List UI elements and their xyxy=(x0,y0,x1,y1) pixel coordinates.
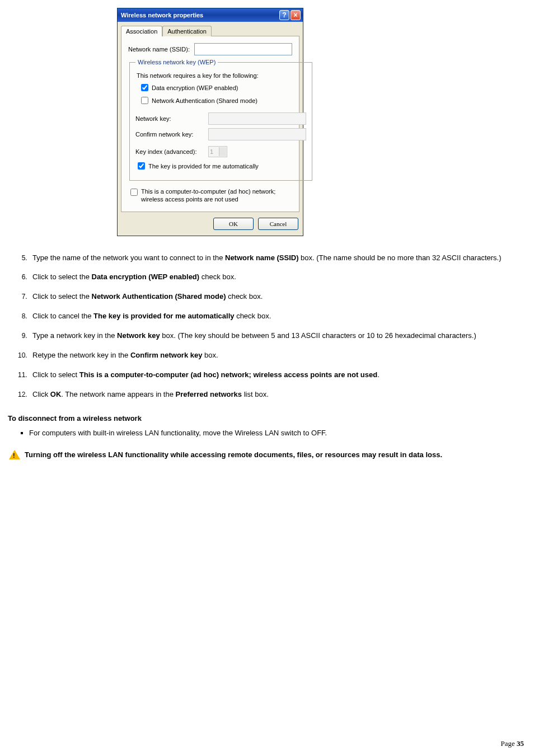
auto-key-label: The key is provided for me automatically xyxy=(148,163,259,170)
step-6: Click to select the Data encryption (WEP… xyxy=(29,272,526,283)
close-icon[interactable]: × xyxy=(291,10,301,20)
key-index-label: Key index (advanced): xyxy=(135,148,208,155)
ssid-input[interactable] xyxy=(194,43,292,55)
adhoc-checkbox[interactable] xyxy=(130,189,138,196)
warning-text: Turning off the wireless LAN functionali… xyxy=(25,450,442,460)
cancel-button[interactable]: Cancel xyxy=(258,218,298,230)
confirm-key-input xyxy=(208,128,306,140)
dialog-screenshot: Wireless network properties ? × Associat… xyxy=(117,8,526,236)
disconnect-list: For computers with built-in wireless LAN… xyxy=(8,428,526,439)
step-7: Click to select the Network Authenticati… xyxy=(29,292,526,302)
wep-group: Wireless network key (WEP) This network … xyxy=(129,59,312,181)
step-8: Click to cancel the The key is provided … xyxy=(29,311,526,322)
ssid-label: Network name (SSID): xyxy=(128,46,194,53)
warning-block: Turning off the wireless LAN functionali… xyxy=(8,450,526,460)
dialog-title: Wireless network properties xyxy=(121,12,203,18)
wep-group-legend: Wireless network key (WEP) xyxy=(135,59,218,65)
step-11: Click to select This is a computer-to-co… xyxy=(29,370,526,381)
step-12: Click OK. The network name appears in th… xyxy=(29,389,526,400)
wep-enabled-checkbox[interactable] xyxy=(141,84,148,91)
dialog-titlebar: Wireless network properties ? × xyxy=(118,8,303,22)
wep-enabled-label: Data encryption (WEP enabled) xyxy=(152,84,238,91)
tab-association[interactable]: Association xyxy=(121,26,162,36)
tab-body: Network name (SSID): Wireless network ke… xyxy=(121,36,299,212)
disconnect-heading: To disconnect from a wireless network xyxy=(8,414,526,422)
disconnect-bullet: For computers with built-in wireless LAN… xyxy=(29,428,526,439)
network-key-label: Network key: xyxy=(135,115,208,122)
warning-icon xyxy=(9,450,20,459)
requires-text: This network requires a key for the foll… xyxy=(137,72,306,79)
network-key-input xyxy=(208,112,306,125)
auto-key-checkbox[interactable] xyxy=(138,162,145,170)
step-9: Type a network key in the Network key bo… xyxy=(29,331,526,341)
step-5: Type the name of the network you want to… xyxy=(29,253,526,264)
tab-strip: Association Authentication xyxy=(121,25,299,36)
key-index-spinner: 1 xyxy=(208,146,227,157)
wireless-properties-dialog: Wireless network properties ? × Associat… xyxy=(117,8,303,236)
shared-mode-checkbox[interactable] xyxy=(141,97,148,104)
dialog-button-row: OK Cancel xyxy=(118,212,303,236)
shared-mode-label: Network Authentication (Shared mode) xyxy=(152,97,257,104)
tab-authentication[interactable]: Authentication xyxy=(162,26,212,36)
help-icon[interactable]: ? xyxy=(279,10,289,20)
confirm-key-label: Confirm network key: xyxy=(135,131,208,138)
step-10: Retype the network key in the Confirm ne… xyxy=(29,350,526,361)
instruction-list: Type the name of the network you want to… xyxy=(8,253,526,400)
ok-button[interactable]: OK xyxy=(213,218,254,230)
adhoc-label: This is a computer-to-computer (ad hoc) … xyxy=(141,187,292,204)
